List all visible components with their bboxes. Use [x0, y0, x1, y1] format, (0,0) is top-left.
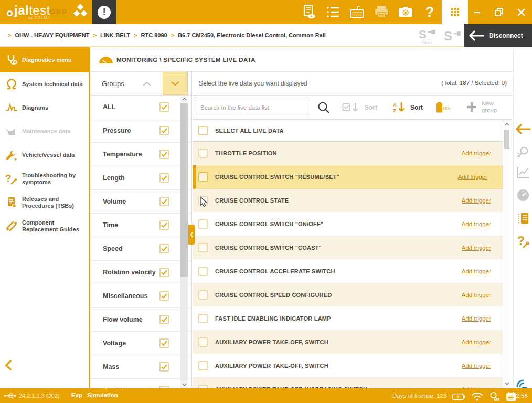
add-trigger-link[interactable]: Add trigger: [462, 221, 491, 227]
group-checkbox[interactable]: [159, 362, 169, 372]
group-row-speed[interactable]: Speed: [90, 237, 191, 261]
sidebar-item-vehicle-vessel-data[interactable]: Vehicle/vessel data: [0, 143, 89, 167]
add-trigger-link[interactable]: Add trigger: [462, 268, 491, 274]
group-row-all[interactable]: ALL: [90, 96, 191, 119]
guided-help-icon[interactable]: ?: [514, 235, 532, 249]
report-icon[interactable]: [297, 0, 321, 24]
row-checkbox[interactable]: [198, 243, 208, 252]
group-checkbox[interactable]: [159, 173, 169, 183]
groups-scrollbar[interactable]: [180, 96, 188, 388]
scroll-up-icon[interactable]: [503, 121, 510, 128]
live-data-row[interactable]: AUXILIARY POWER TAKE-OFF, SWITCHAdd trig…: [193, 354, 503, 378]
search-icon[interactable]: [317, 101, 331, 114]
help-icon[interactable]: ?: [418, 0, 442, 24]
sidebar-item-diagrams[interactable]: Diagrams: [0, 96, 89, 120]
group-row-volume[interactable]: Volume: [90, 190, 191, 214]
scroll-up-icon[interactable]: [180, 96, 188, 103]
row-checkbox[interactable]: [198, 337, 208, 347]
group-row-length[interactable]: Length: [90, 166, 191, 190]
live-data-row[interactable]: THROTTLE POSITIONAdd trigger: [193, 142, 503, 165]
group-checkbox[interactable]: [159, 197, 169, 206]
sidebar-item-system-technical-data[interactable]: System technical data: [0, 72, 89, 96]
group-checkbox[interactable]: [159, 102, 169, 112]
live-data-row[interactable]: CRUISE CONTROL ACCELERATE SWITCHAdd trig…: [193, 260, 503, 283]
breadcrumb-item[interactable]: RTC 8090: [141, 32, 167, 38]
breadcrumb-item[interactable]: B6.7 CM2450, Electronic Diesel Control, …: [178, 32, 326, 38]
row-checkbox[interactable]: [198, 290, 208, 300]
group-checkbox[interactable]: [159, 338, 169, 348]
add-trigger-link[interactable]: Add trigger: [462, 150, 491, 156]
add-trigger-link[interactable]: Add trigger: [462, 363, 491, 369]
add-trigger-link[interactable]: Add trigger: [462, 292, 491, 298]
scroll-down-icon[interactable]: [503, 380, 510, 387]
sidebar-item-troubleshooting-by-symptoms[interactable]: ?Troubleshooting by symptoms: [0, 167, 89, 190]
chevron-up-icon[interactable]: [143, 81, 151, 86]
close-icon[interactable]: [510, 0, 532, 24]
group-row-pressure[interactable]: Pressure: [90, 119, 191, 143]
breadcrumb-item[interactable]: LINK-BELT: [100, 32, 130, 38]
group-row-mass[interactable]: Mass: [90, 355, 191, 379]
add-trigger-link[interactable]: Add trigger: [458, 174, 487, 180]
list-scrollbar[interactable]: [503, 120, 510, 388]
back-arrow-icon[interactable]: [514, 124, 532, 134]
camera-icon[interactable]: [393, 0, 418, 24]
row-checkbox[interactable]: [198, 219, 208, 229]
live-data-row[interactable]: CRUISE CONTROL SWITCH "RESUME/SET"Add tr…: [193, 165, 503, 189]
scrollbar-thumb[interactable]: [504, 130, 509, 149]
keyboard-icon[interactable]: [345, 0, 369, 24]
group-checkbox[interactable]: [159, 291, 169, 301]
sidebar-item-diagnostics-menu[interactable]: Diagnostics menu: [0, 47, 89, 72]
group-checkbox[interactable]: [159, 268, 169, 277]
group-row-time[interactable]: Time: [90, 214, 191, 237]
na-filter-icon[interactable]: N/A: [435, 102, 453, 113]
live-data-row[interactable]: CRUISE CONTROL SPEED CONFIGUREDAdd trigg…: [193, 283, 503, 307]
add-trigger-link[interactable]: Add trigger: [462, 245, 491, 251]
new-group-button[interactable]: New group: [466, 100, 505, 114]
sidebar-item-releases-and-procedures-tsbs[interactable]: Releases and Procedures (TSBs): [0, 190, 89, 214]
row-checkbox[interactable]: [198, 267, 208, 276]
groups-expand-button[interactable]: [163, 72, 188, 95]
live-data-row[interactable]: CRUISE CONTROL SWITCH "ON/OFF"Add trigge…: [193, 213, 503, 236]
list-icon[interactable]: [321, 0, 345, 24]
live-data-row[interactable]: FAST IDLE ENABLING INDICATOR LAMPAdd tri…: [193, 307, 503, 331]
select-all-checkbox[interactable]: [198, 126, 208, 135]
restore-icon[interactable]: [488, 0, 510, 24]
add-trigger-link[interactable]: Add trigger: [462, 339, 491, 345]
row-checkbox[interactable]: [198, 172, 208, 182]
sort-az-button[interactable]: AZ Sort: [392, 101, 423, 113]
cubes-icon[interactable]: [71, 4, 89, 20]
alert-tile-button[interactable]: !: [92, 0, 116, 24]
live-data-row[interactable]: AUXILIARY POWER TAKE-OFF, INCREASING SWI…: [193, 378, 503, 388]
report-list-icon[interactable]: [514, 212, 532, 226]
row-checkbox[interactable]: [198, 149, 208, 158]
select-all-row[interactable]: SELECT ALL LIVE DATA: [193, 120, 503, 142]
minimize-icon[interactable]: [466, 0, 488, 24]
live-data-row[interactable]: CRUISE CONTROL STATEAdd trigger: [193, 189, 503, 213]
row-checkbox[interactable]: [198, 361, 208, 370]
live-data-row[interactable]: AUXILIARY POWER TAKE-OFF, SWITCHAdd trig…: [193, 331, 503, 354]
group-row-rotation-velocity[interactable]: Rotation velocity: [90, 261, 191, 284]
add-trigger-link[interactable]: Add trigger: [462, 315, 491, 322]
scrollbar-thumb[interactable]: [180, 103, 188, 277]
group-row-voltage[interactable]: Voltage: [90, 332, 191, 355]
group-checkbox[interactable]: [159, 126, 169, 135]
group-checkbox[interactable]: [159, 315, 169, 324]
sidebar-item-component-replacement-guides[interactable]: Component Replacement Guides: [0, 214, 89, 238]
row-checkbox[interactable]: [198, 314, 208, 323]
live-data-row[interactable]: CRUISE CONTROL SWITCH "COAST"Add trigger: [193, 236, 503, 260]
group-row-temperature[interactable]: Temperature: [90, 143, 191, 166]
group-row-electric-current[interactable]: Electric current: [90, 379, 191, 388]
group-checkbox[interactable]: [159, 150, 169, 159]
big-chevron-left-icon[interactable]: [5, 360, 12, 370]
apps-grid-icon[interactable]: [442, 0, 468, 24]
breadcrumb-item[interactable]: OHW - HEAVY EQUIPMENT: [15, 32, 89, 38]
row-checkbox[interactable]: [198, 385, 208, 388]
scroll-down-icon[interactable]: [180, 381, 188, 388]
search-input[interactable]: [196, 100, 310, 115]
group-row-miscellaneous[interactable]: Miscellaneous: [90, 284, 191, 308]
disconnect-button[interactable]: Disconnect: [464, 24, 532, 47]
group-row-flow-volume[interactable]: Flow volume: [90, 308, 191, 332]
group-checkbox[interactable]: [159, 220, 169, 230]
groups-collapse-tab[interactable]: [188, 225, 195, 245]
group-checkbox[interactable]: [159, 244, 169, 253]
